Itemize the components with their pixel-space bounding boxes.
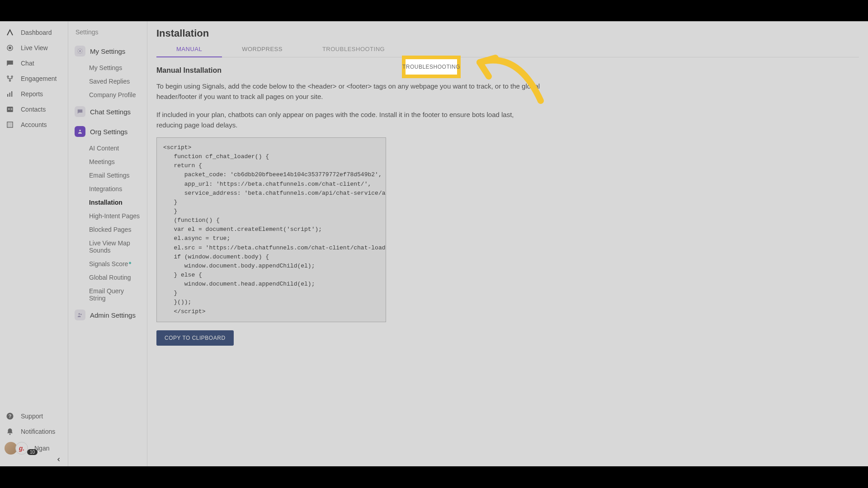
subnav-signals-score[interactable]: Signals Score✦ — [68, 257, 147, 271]
notification-badge: 10 — [27, 449, 38, 455]
nav-label: Dashboard — [21, 29, 52, 36]
chat-settings-icon — [75, 106, 85, 117]
tab-bar: MANUAL WORDPRESS TROUBLESHOOTING — [156, 41, 859, 57]
section-label: Org Settings — [90, 128, 127, 136]
section-admin-settings[interactable]: Admin Settings — [68, 305, 147, 325]
svg-point-16 — [79, 50, 81, 52]
chat-icon — [5, 59, 14, 67]
chevron-left-icon — [56, 456, 61, 464]
branch-icon — [5, 75, 14, 83]
admin-icon — [75, 310, 85, 320]
svg-point-17 — [79, 130, 81, 131]
help-icon: ? — [5, 412, 14, 420]
primary-nav: Dashboard Live View Chat Engagement Repo… — [0, 21, 68, 466]
section-label: Admin Settings — [90, 311, 136, 319]
subnav-company-profile[interactable]: Company Profile — [68, 88, 147, 102]
svg-text:?: ? — [9, 413, 11, 419]
svg-point-3 — [11, 76, 13, 77]
subnav-meetings[interactable]: Meetings — [68, 155, 147, 169]
settings-heading: Settings — [68, 27, 147, 41]
code-snippet[interactable]: <script> function cf_chat_loader() { ret… — [156, 137, 386, 322]
nav-chat[interactable]: Chat — [0, 56, 68, 71]
intro-paragraph-1: To begin using Signals, add the code bel… — [156, 81, 541, 102]
tab-manual[interactable]: MANUAL — [156, 41, 222, 57]
nav-label: Reports — [21, 90, 43, 98]
nav-label: Support — [21, 413, 43, 420]
tab-troubleshooting[interactable]: TROUBLESHOOTING — [302, 41, 405, 57]
nav-label: Accounts — [21, 121, 47, 128]
building-icon — [5, 121, 14, 129]
section-heading: Manual Installation — [156, 66, 859, 75]
star-icon: ✦ — [128, 260, 132, 266]
svg-point-19 — [80, 314, 82, 315]
section-label: My Settings — [90, 47, 125, 55]
subnav-ai-content[interactable]: AI Content — [68, 141, 147, 155]
bell-icon — [5, 427, 14, 436]
subnav-map-sounds[interactable]: Live View Map Sounds — [68, 236, 147, 257]
nav-label: Notifications — [21, 428, 55, 435]
org-icon — [75, 126, 85, 137]
subnav-high-intent[interactable]: High-Intent Pages — [68, 209, 147, 223]
tab-wordpress[interactable]: WORDPRESS — [222, 41, 302, 57]
nav-engagement[interactable]: Engagement — [0, 71, 68, 86]
person-icon — [5, 105, 14, 113]
collapse-nav[interactable] — [0, 455, 68, 466]
nav-contacts[interactable]: Contacts — [0, 102, 68, 117]
nav-label: Contacts — [21, 106, 46, 113]
subnav-email-settings[interactable]: Email Settings — [68, 169, 147, 182]
svg-rect-7 — [11, 91, 12, 97]
svg-rect-12 — [7, 122, 13, 127]
nav-label: Chat — [21, 60, 34, 67]
main-content: Installation MANUAL WORDPRESS TROUBLESHO… — [147, 21, 868, 466]
svg-rect-10 — [11, 108, 13, 109]
nav-support[interactable]: ? Support — [0, 408, 68, 424]
app-window: Dashboard Live View Chat Engagement Repo… — [0, 21, 868, 466]
copy-button[interactable]: COPY TO CLIPBOARD — [156, 330, 234, 346]
svg-point-1 — [9, 47, 11, 49]
section-label: Chat Settings — [90, 108, 131, 116]
eye-icon — [5, 44, 14, 52]
svg-point-9 — [8, 108, 9, 110]
org-avatar: g. — [15, 442, 28, 455]
svg-point-18 — [79, 313, 80, 315]
page-title: Installation — [156, 28, 859, 39]
nav-reports[interactable]: Reports — [0, 86, 68, 102]
logo-icon — [5, 28, 14, 37]
section-org-settings[interactable]: Org Settings — [68, 122, 147, 141]
svg-rect-6 — [9, 93, 10, 97]
nav-label: Engagement — [21, 75, 57, 82]
svg-rect-11 — [11, 109, 13, 110]
svg-point-15 — [9, 434, 11, 435]
subnav-installation[interactable]: Installation — [68, 196, 147, 209]
nav-notifications[interactable]: Notifications — [0, 424, 68, 439]
nav-logo[interactable]: Dashboard — [0, 25, 68, 40]
subnav-global-routing[interactable]: Global Routing — [68, 271, 147, 284]
svg-point-2 — [7, 76, 9, 77]
nav-accounts[interactable]: Accounts — [0, 117, 68, 132]
subnav-integrations[interactable]: Integrations — [68, 182, 147, 196]
svg-rect-5 — [7, 94, 8, 97]
nav-profile[interactable]: g. Ngan 10 — [0, 439, 68, 455]
subnav-blocked-pages[interactable]: Blocked Pages — [68, 223, 147, 236]
subnav-my-settings[interactable]: My Settings — [68, 61, 147, 75]
nav-label: Live View — [21, 44, 48, 52]
section-my-settings[interactable]: My Settings — [68, 41, 147, 61]
nav-live-view[interactable]: Live View — [0, 40, 68, 56]
svg-point-4 — [9, 80, 11, 81]
subnav-saved-replies[interactable]: Saved Replies — [68, 75, 147, 88]
settings-subnav: Settings My Settings My Settings Saved R… — [68, 21, 147, 466]
gear-icon — [75, 46, 85, 56]
chart-icon — [5, 90, 14, 98]
intro-paragraph-2: If included in your plan, chatbots can o… — [156, 109, 541, 131]
section-chat-settings[interactable]: Chat Settings — [68, 102, 147, 122]
subnav-email-query[interactable]: Email Query String — [68, 284, 147, 305]
